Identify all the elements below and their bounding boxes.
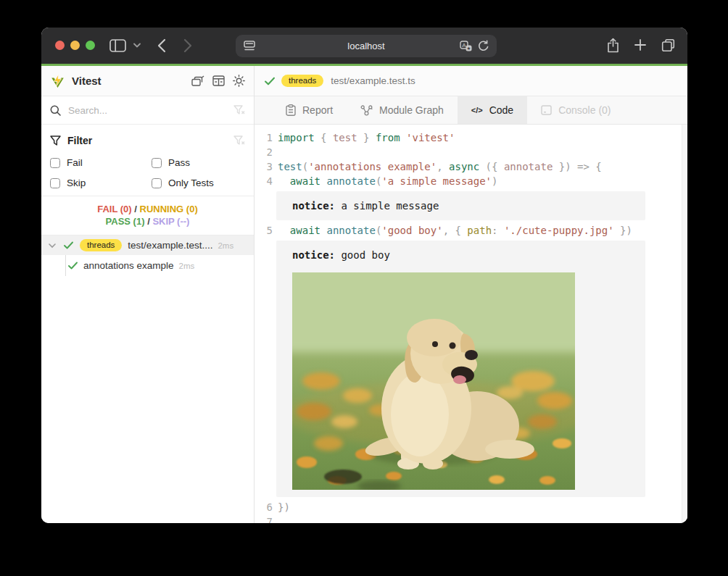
clear-search-icon[interactable] <box>233 105 245 115</box>
pass-count: PASS (1) <box>106 216 145 227</box>
checkbox[interactable] <box>50 178 60 188</box>
chevron-down-icon[interactable] <box>49 243 56 249</box>
tab-module-graph[interactable]: Module Graph <box>347 96 458 124</box>
tab-report[interactable]: Report <box>272 96 347 124</box>
collapse-panels-icon[interactable] <box>191 75 204 87</box>
code-line: 7 <box>255 514 687 523</box>
puppy-image <box>292 272 575 490</box>
vitest-logo-icon <box>50 74 65 88</box>
annotation-label: notice: <box>292 249 335 261</box>
line-number: 7 <box>255 514 273 523</box>
tree-guide-line <box>65 255 66 276</box>
back-button[interactable] <box>157 38 166 53</box>
test-file-duration: 2ms <box>218 241 233 250</box>
chevron-down-icon[interactable] <box>133 43 141 48</box>
code-line: 4 await annotate('a simple message') <box>255 174 687 188</box>
console-icon <box>541 105 552 115</box>
filter-title: Filter <box>67 135 233 146</box>
pass-check-icon <box>265 77 275 85</box>
annotation-message: a simple message <box>335 200 439 212</box>
tab-console[interactable]: Console (0) <box>527 96 624 124</box>
filter-checkbox-only-tests[interactable]: Only Tests <box>152 178 245 188</box>
url-text: localhost <box>236 41 497 51</box>
checkbox[interactable] <box>50 158 60 168</box>
code-line: 6}) <box>255 500 687 514</box>
main-panel: threads test/example.test.ts Report <box>255 66 687 523</box>
theme-toggle-sun-icon[interactable] <box>233 75 245 87</box>
new-tab-icon[interactable] <box>634 38 647 51</box>
filter-checkbox-skip[interactable]: Skip <box>50 178 152 188</box>
checkbox[interactable] <box>152 158 162 168</box>
line-number: 2 <box>255 145 273 159</box>
fail-count: FAIL (0) <box>97 204 131 214</box>
filter-icon <box>50 135 61 146</box>
test-tree: threads test/example.test.... 2ms annota… <box>41 235 254 276</box>
pool-badge: threads <box>281 75 323 87</box>
code-line: 1import { test } from 'vitest' <box>255 130 687 145</box>
code-line: 3test('annotations example', async ({ an… <box>255 159 687 174</box>
skip-count: SKIP (--) <box>152 216 189 227</box>
checkbox[interactable] <box>152 178 162 188</box>
annotation-notice: notice: good boy <box>276 241 645 497</box>
code-line: 2 <box>255 145 687 159</box>
close-window-button[interactable] <box>55 41 65 50</box>
sidebar-header: Vitest <box>41 66 254 96</box>
scrollbar-track[interactable] <box>682 125 687 523</box>
forward-button[interactable] <box>183 38 192 53</box>
browser-window: localhost A ★ <box>41 28 687 523</box>
test-case-duration: 2ms <box>179 262 195 270</box>
pool-badge: threads <box>80 239 122 251</box>
pass-check-icon <box>68 262 78 270</box>
sidebar-toggle-icon[interactable] <box>109 39 126 52</box>
reload-icon[interactable] <box>478 40 489 52</box>
report-icon <box>286 104 296 116</box>
search-bar[interactable]: Search... <box>41 96 254 125</box>
zoom-window-button[interactable] <box>86 41 95 50</box>
pass-check-icon <box>64 241 73 249</box>
filter-checkbox-pass[interactable]: Pass <box>152 157 245 168</box>
line-number: 1 <box>255 130 273 145</box>
running-count: RUNNING (0) <box>140 204 198 214</box>
tab-code[interactable]: </> Code <box>458 96 527 124</box>
test-status-summary: FAIL (0) / RUNNING (0) PASS (1) / SKIP (… <box>41 196 254 235</box>
filter-checkbox-fail[interactable]: Fail <box>50 157 152 168</box>
code-line: 5 await annotate('good boy', { path: './… <box>255 223 687 238</box>
file-header: threads test/example.test.ts <box>255 66 687 96</box>
annotation-notice: notice: a simple message <box>276 191 645 220</box>
annotation-label: notice: <box>292 200 335 212</box>
line-number: 3 <box>255 159 273 174</box>
share-icon[interactable] <box>607 38 619 53</box>
tab-overview-icon[interactable] <box>661 38 675 52</box>
code-icon: </> <box>471 106 483 114</box>
svg-text:A: A <box>462 42 466 49</box>
minimize-window-button[interactable] <box>70 41 80 50</box>
test-file-name: test/example.test.... <box>128 240 212 251</box>
tab-bar: Report Module Graph </> Code <box>255 96 687 125</box>
test-case-row[interactable]: annotations example 2ms <box>41 255 254 276</box>
filter-section: Filter Fail Pass <box>41 125 254 196</box>
open-file-name: test/example.test.ts <box>331 75 415 86</box>
code-view: 1import { test } from 'vitest'23test('an… <box>255 125 687 523</box>
sidebar: Vitest <box>41 66 255 523</box>
svg-text:★: ★ <box>467 46 471 51</box>
translate-icon[interactable]: A ★ <box>460 41 472 51</box>
test-case-name: annotations example <box>83 260 174 271</box>
search-icon <box>50 105 61 116</box>
address-bar[interactable]: localhost A ★ <box>236 35 497 57</box>
search-input[interactable]: Search... <box>68 105 233 116</box>
annotation-message: good boy <box>335 249 390 261</box>
app-title: Vitest <box>72 75 183 87</box>
browser-toolbar: localhost A ★ <box>41 28 687 64</box>
test-file-row[interactable]: threads test/example.test.... 2ms <box>41 235 254 255</box>
line-number: 5 <box>255 223 273 238</box>
dashboard-icon[interactable] <box>212 75 225 86</box>
clear-filter-icon[interactable] <box>233 135 245 146</box>
line-number: 4 <box>255 174 273 188</box>
module-graph-icon <box>360 105 373 116</box>
line-number: 6 <box>255 500 273 514</box>
